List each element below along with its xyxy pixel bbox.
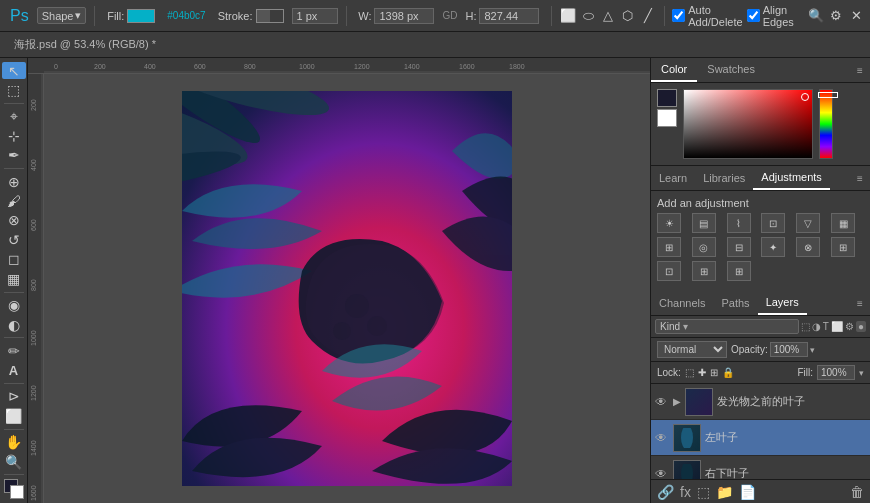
path-select-tool[interactable]: ⊳ (2, 388, 26, 405)
link-layers-btn[interactable]: 🔗 (657, 484, 674, 500)
shape-dropdown[interactable]: Shape ▾ (37, 7, 87, 24)
heal-tool[interactable]: ⊕ (2, 173, 26, 190)
gradient-tool[interactable]: ▦ (2, 270, 26, 287)
fill-input[interactable] (817, 365, 855, 380)
lasso-tool[interactable]: ⌖ (2, 108, 26, 125)
adjust-filter-icon[interactable]: ◑ (812, 321, 821, 332)
opacity-input[interactable] (770, 342, 808, 357)
history-tool[interactable]: ↺ (2, 231, 26, 248)
align-edges-checkbox[interactable]: Align Edges (747, 4, 801, 28)
levels-adj[interactable]: ▤ (692, 213, 716, 233)
hand-tool[interactable]: ✋ (2, 433, 26, 450)
color-tab[interactable]: Color (651, 58, 697, 82)
layers-panel-menu[interactable]: ≡ (850, 293, 870, 313)
layer-row-group[interactable]: 👁 ▶ 发光物之前的叶子 (651, 384, 870, 420)
posterize-adj[interactable]: ⊞ (831, 237, 855, 257)
lock-all-icon[interactable]: 🔒 (722, 367, 734, 378)
select-tool[interactable]: ⬚ (2, 81, 26, 98)
crop-tool[interactable]: ⊹ (2, 127, 26, 144)
pen-tool[interactable]: ✏ (2, 342, 26, 359)
close-button[interactable]: ✕ (848, 5, 864, 27)
dodge-tool[interactable]: ◐ (2, 316, 26, 333)
poly-icon[interactable]: ⬡ (620, 5, 636, 27)
new-group-btn[interactable]: 📁 (716, 484, 733, 500)
align-edges-check[interactable] (747, 9, 760, 22)
fg-bg-color-boxes (657, 89, 677, 159)
height-value[interactable]: 827.44 (479, 8, 539, 24)
smart-filter-icon[interactable]: ⚙ (845, 321, 854, 332)
auto-add-check[interactable] (672, 9, 685, 22)
selective-color-adj[interactable]: ⊞ (727, 261, 751, 281)
layer-vis-right[interactable]: 👁 (655, 467, 669, 480)
rect-icon[interactable]: ⬜ (560, 5, 576, 27)
eyedrop-tool[interactable]: ✒ (2, 147, 26, 164)
brush-tool[interactable]: 🖌 (2, 192, 26, 209)
channels-tab[interactable]: Channels (651, 292, 713, 314)
foreground-color-box[interactable] (657, 89, 677, 107)
new-layer-btn[interactable]: 📄 (739, 484, 756, 500)
lock-artboard-icon[interactable]: ⊞ (710, 367, 718, 378)
color-balance-adj[interactable]: ⊞ (657, 237, 681, 257)
triangle-icon[interactable]: △ (600, 5, 616, 27)
color-spectrum-slider[interactable] (819, 89, 833, 159)
layer-expand-icon[interactable]: ▶ (673, 396, 681, 407)
layer-row-left[interactable]: 👁 左叶子 (651, 420, 870, 456)
curves-adj[interactable]: ⌇ (727, 213, 751, 233)
background-color-box[interactable] (657, 109, 677, 127)
leaf-group-bottom (182, 405, 512, 484)
color-gradient-picker[interactable] (683, 89, 813, 159)
layer-vis-left[interactable]: 👁 (655, 431, 669, 445)
learn-tab[interactable]: Learn (651, 167, 695, 189)
adjustments-panel-menu[interactable]: ≡ (850, 168, 870, 188)
line-icon[interactable]: ╱ (640, 5, 656, 27)
stroke-color-swatch[interactable] (256, 9, 284, 23)
layer-row-right[interactable]: 👁 右下叶子 (651, 456, 870, 479)
width-value[interactable]: 1398 px (374, 8, 434, 24)
blend-mode-select[interactable]: Normal (657, 341, 727, 358)
stroke-size[interactable]: 1 px (292, 8, 338, 24)
clone-tool[interactable]: ⊗ (2, 212, 26, 229)
eraser-tool[interactable]: ◻ (2, 251, 26, 268)
bg-color-swatch[interactable] (10, 485, 24, 499)
brightness-adj[interactable]: ☀ (657, 213, 681, 233)
layers-search-box[interactable]: Kind ▾ (655, 319, 799, 334)
hue-adj[interactable]: ▦ (831, 213, 855, 233)
pixel-filter-icon[interactable]: ⬚ (801, 321, 810, 332)
add-style-btn[interactable]: fx (680, 484, 691, 500)
shape-tool[interactable]: ⬜ (2, 407, 26, 424)
search-button[interactable]: 🔍 (808, 5, 824, 27)
divider4 (664, 6, 665, 26)
move-tool[interactable]: ↖ (2, 62, 26, 79)
lock-pixel-icon[interactable]: ⬚ (685, 367, 694, 378)
add-mask-btn[interactable]: ⬚ (697, 484, 710, 500)
vibrance-adj[interactable]: ▽ (796, 213, 820, 233)
adjustments-tab[interactable]: Adjustments (753, 166, 830, 190)
opacity-label: Opacity: (731, 344, 768, 355)
text-tool[interactable]: A (2, 362, 26, 379)
ellipse-icon[interactable]: ⬭ (580, 5, 596, 27)
invert-adj[interactable]: ⊗ (796, 237, 820, 257)
layers-tab[interactable]: Layers (758, 291, 807, 315)
lock-move-icon[interactable]: ✚ (698, 367, 706, 378)
photo-filter-adj[interactable]: ◎ (692, 237, 716, 257)
threshold-adj[interactable]: ⊡ (657, 261, 681, 281)
toggle-filter-icon[interactable]: ● (856, 321, 866, 332)
settings-button[interactable]: ⚙ (828, 5, 844, 27)
type-filter-icon[interactable]: T (823, 321, 829, 332)
doc-tab[interactable]: 海报.psd @ 53.4% (RGB/8) * (6, 35, 164, 54)
paths-tab[interactable]: Paths (713, 292, 757, 314)
blur-tool[interactable]: ◉ (2, 296, 26, 313)
fill-color-swatch[interactable] (127, 9, 155, 23)
swatches-tab[interactable]: Swatches (697, 58, 765, 82)
auto-add-checkbox[interactable]: Auto Add/Delete (672, 4, 742, 28)
color-panel-menu[interactable]: ≡ (850, 60, 870, 80)
gradient-map-adj[interactable]: ⊞ (692, 261, 716, 281)
libraries-tab[interactable]: Libraries (695, 167, 753, 189)
channel-mixer-adj[interactable]: ⊟ (727, 237, 751, 257)
color-lookup-adj[interactable]: ✦ (761, 237, 785, 257)
delete-layer-btn[interactable]: 🗑 (850, 484, 864, 500)
shape-filter-icon[interactable]: ⬜ (831, 321, 843, 332)
zoom-tool[interactable]: 🔍 (2, 453, 26, 470)
exposure-adj[interactable]: ⊡ (761, 213, 785, 233)
layer-vis-group[interactable]: 👁 (655, 395, 669, 409)
